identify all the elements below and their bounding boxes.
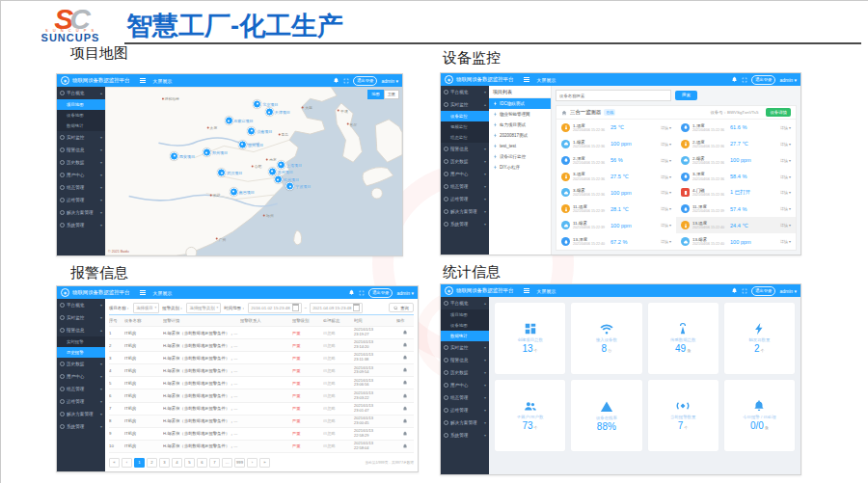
sidebar-subitem-设备监控[interactable]: 设备监控 (441, 111, 489, 121)
menu-toggle-icon[interactable] (524, 77, 529, 82)
project-item[interactable]: IDC物联测试 (489, 98, 551, 109)
menu-toggle-icon[interactable] (140, 290, 146, 295)
sidebar-item-5[interactable]: 组态管理▾ (57, 383, 105, 395)
project-marker[interactable]: 石家庄项目 (225, 117, 254, 125)
sensor-detail-link[interactable]: 详情 ▾ (780, 206, 791, 211)
sidebar-item-7[interactable]: 解决方案管理▾ (441, 416, 489, 429)
sensor-detail-link[interactable]: 详情 ▾ (661, 125, 671, 130)
sidebar-item-5[interactable]: 组态管理▾ (57, 181, 105, 194)
sidebar-item-3[interactable]: 历史数据▾ (441, 366, 489, 379)
project-marker[interactable]: 北京项目 (253, 99, 278, 108)
alarm-bell-icon[interactable] (402, 406, 408, 412)
project-marker[interactable]: 宁波项目 (285, 182, 311, 191)
page-button[interactable]: ‹ (122, 458, 132, 468)
alarm-bell-icon[interactable] (402, 431, 408, 437)
sidebar-item-0[interactable]: 平台概览▴ (441, 297, 489, 309)
bigscreen-link[interactable]: 大屏展示 (536, 77, 556, 83)
project-marker[interactable]: 西安项目 (170, 151, 195, 160)
sidebar-item-7[interactable]: 解决方案管理▾ (57, 408, 105, 420)
logout-button[interactable]: 退出登录 (353, 76, 378, 86)
alarm-bell-icon[interactable] (402, 330, 408, 335)
sensor-detail-link[interactable]: 详情 ▾ (780, 239, 791, 244)
sensor-detail-link[interactable]: 详情 ▾ (780, 158, 791, 163)
sidebar-item-3[interactable]: 历史数据▾ (57, 156, 105, 169)
sidebar-item-1[interactable]: 实时监控▾ (57, 311, 105, 324)
alarm-bell-icon[interactable] (402, 342, 408, 348)
sensor-detail-link[interactable]: 详情 ▾ (661, 239, 671, 244)
alarm-bell-icon[interactable] (402, 443, 408, 449)
sidebar-item-5[interactable]: 组态管理▾ (441, 391, 489, 404)
sensor-detail-link[interactable]: 详情 ▾ (780, 174, 791, 179)
fullscreen-icon[interactable] (742, 77, 747, 83)
device-detail-button[interactable]: 设备详情 (766, 108, 791, 117)
map-layer-button-1[interactable]: 卫星 (384, 90, 399, 99)
project-marker[interactable]: 武汉项目 (217, 169, 242, 177)
sidebar-item-8[interactable]: 系统管理▾ (57, 219, 105, 231)
alarm-type-select[interactable]: 选择报警类别▾ (186, 303, 221, 313)
sidebar-subitem-设备地图[interactable]: 设备地图 (441, 320, 489, 331)
user-menu[interactable]: admin ▾ (779, 77, 797, 83)
sidebar-item-7[interactable]: 解决方案管理▾ (441, 205, 489, 218)
device-search-input[interactable] (556, 90, 671, 101)
bigscreen-link[interactable]: 大屏展示 (152, 290, 172, 296)
sidebar-item-5[interactable]: 组态管理▾ (441, 180, 489, 193)
project-marker[interactable]: 徐州项目 (238, 140, 263, 148)
page-button[interactable]: 3 (159, 458, 170, 468)
search-button[interactable]: 搜索 (675, 91, 697, 100)
alarm-bell-icon[interactable] (402, 367, 408, 373)
sidebar-subitem-历史报警[interactable]: 历史报警 (57, 347, 105, 358)
project-select[interactable]: 选择项目▾ (133, 303, 159, 313)
menu-toggle-icon[interactable] (140, 78, 146, 83)
project-item[interactable]: DIY小程序 (489, 162, 551, 173)
user-menu[interactable]: admin ▾ (381, 78, 398, 84)
menu-toggle-icon[interactable] (524, 288, 529, 293)
date-from-input[interactable]: 2016.01.02 15:23:48 (248, 303, 301, 313)
sensor-detail-link[interactable]: 详情 ▾ (661, 158, 671, 163)
project-item[interactable]: 物业智能管理网 (489, 109, 551, 120)
sensor-detail-link[interactable]: 详情 ▾ (780, 125, 791, 130)
sidebar-subitem-视频监控[interactable]: 视频监控 (441, 121, 489, 132)
alarm-bell-icon[interactable] (402, 380, 408, 386)
notification-bell-icon[interactable] (731, 287, 738, 294)
sidebar-item-4[interactable]: 用户中心▾ (441, 168, 489, 180)
sidebar-item-6[interactable]: 运维管理▾ (57, 395, 105, 408)
project-marker[interactable]: 南昌项目 (230, 187, 255, 196)
project-marker[interactable]: 天津项目 (265, 108, 290, 117)
sidebar-item-0[interactable]: 平台概览▾ (57, 299, 105, 311)
sidebar-item-0[interactable]: 平台概览▾ (441, 86, 489, 98)
logout-button[interactable]: 退出登录 (751, 286, 776, 296)
sidebar-item-4[interactable]: 用户中心▾ (57, 169, 105, 181)
sidebar-item-1[interactable]: 实时监控▴ (441, 98, 489, 111)
user-menu[interactable]: admin ▾ (779, 288, 797, 294)
sidebar-item-1[interactable]: 实时监控▾ (441, 341, 489, 354)
page-button[interactable]: 1 (134, 458, 145, 468)
sensor-detail-link[interactable]: 详情 ▾ (780, 142, 791, 147)
alarm-bell-icon[interactable] (402, 355, 408, 361)
project-marker[interactable]: 郑州项目 (203, 148, 228, 157)
sensor-detail-link[interactable]: 详情 ▾ (661, 190, 671, 195)
sidebar-item-6[interactable]: 运维管理▾ (441, 404, 489, 416)
sidebar-item-6[interactable]: 运维管理▾ (441, 193, 489, 205)
page-button[interactable]: » (259, 458, 270, 468)
sidebar-item-2[interactable]: 报警信息▾ (441, 143, 489, 155)
sidebar-item-8[interactable]: 系统管理▾ (57, 420, 105, 433)
sidebar-item-0[interactable]: 平台概览▴ (57, 87, 105, 99)
sidebar-item-4[interactable]: 用户中心▾ (441, 379, 489, 391)
page-button[interactable]: … (222, 458, 232, 468)
fullscreen-icon[interactable] (359, 290, 365, 296)
page-button[interactable]: 999 (234, 458, 245, 468)
sidebar-subitem-数据统计[interactable]: 数据统计 (441, 331, 489, 341)
notification-bell-icon[interactable] (333, 77, 339, 84)
alarm-bell-icon[interactable] (402, 418, 408, 424)
sensor-detail-link[interactable]: 详情 ▾ (780, 223, 791, 228)
sidebar-item-7[interactable]: 解决方案管理▾ (57, 206, 105, 219)
sidebar-item-2[interactable]: 报警信息▾ (441, 354, 489, 366)
sidebar-item-4[interactable]: 用户中心▾ (57, 370, 105, 383)
sensor-detail-link[interactable]: 详情 ▾ (661, 142, 671, 147)
bigscreen-link[interactable]: 大屏展示 (152, 78, 172, 84)
project-marker[interactable]: 苏州项目 (268, 167, 293, 175)
project-item[interactable]: 设备运行监控 (489, 151, 551, 162)
page-button[interactable]: 4 (172, 458, 182, 468)
alarm-bell-icon[interactable] (402, 393, 408, 399)
sidebar-subitem-数据统计[interactable]: 数据统计 (57, 121, 105, 131)
